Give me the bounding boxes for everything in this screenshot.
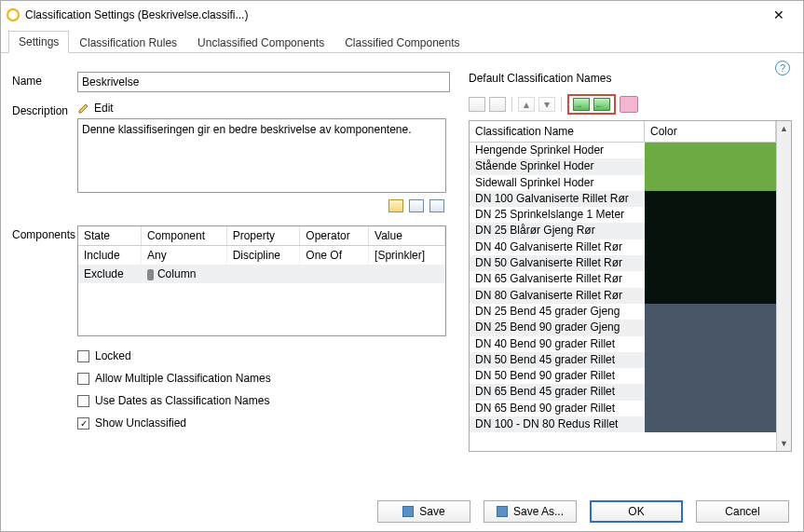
grid-row[interactable]: DN 80 Galvaniserte Rillet Rør — [470, 288, 776, 304]
help-icon[interactable]: ? — [775, 61, 790, 75]
add-icon[interactable] — [469, 97, 485, 112]
import-excel-icon[interactable] — [593, 98, 610, 111]
grid-row[interactable]: DN 100 Galvaniserte Rillet Rør — [470, 191, 776, 207]
move-down-icon[interactable]: ▾ — [538, 97, 555, 112]
remove-icon[interactable] — [489, 97, 506, 112]
tab-classified-components[interactable]: Classified Components — [334, 32, 470, 53]
name-input[interactable] — [77, 72, 450, 92]
grid-row[interactable]: DN 25 Bend 90 grader Gjeng — [470, 320, 776, 335]
grid-icon-1[interactable] — [409, 199, 424, 212]
move-up-icon[interactable]: ▴ — [518, 97, 535, 112]
grid-row[interactable]: DN 100 - DN 80 Redus Rillet — [470, 416, 776, 432]
grid-row[interactable]: DN 65 Galvaniserte Rillet Rør — [470, 271, 776, 287]
tab-classification-rules[interactable]: Classification Rules — [69, 32, 187, 53]
col-value[interactable]: Value — [369, 226, 445, 246]
export-excel-icon[interactable] — [573, 98, 590, 111]
grid-row[interactable]: DN 50 Galvaniserte Rillet Rør — [470, 255, 776, 271]
grid-row[interactable]: Stående Sprinkel Hoder — [470, 158, 776, 174]
table-row[interactable]: Exclude Column — [78, 265, 445, 283]
scrollbar[interactable]: ▲ ▼ — [776, 121, 791, 451]
window-title: Classification Settings (Beskrivelse.cla… — [25, 8, 760, 21]
classification-toolbar: ▴ ▾ — [469, 94, 792, 115]
default-names-label: Default Classification Names — [469, 72, 792, 85]
scroll-up-icon[interactable]: ▲ — [777, 121, 791, 136]
label-description: Description — [12, 102, 77, 117]
tab-unclassified-components[interactable]: Unclassified Components — [187, 32, 334, 53]
grid-row[interactable]: DN 65 Bend 90 grader Rillet — [470, 401, 776, 416]
color-tool-icon[interactable] — [620, 96, 638, 113]
disk-icon — [402, 506, 414, 517]
grid-row[interactable]: Hengende Sprinkel Hoder — [470, 143, 776, 158]
tab-row: Settings Classification Rules Unclassifi… — [1, 29, 803, 53]
grid-row[interactable]: DN 40 Galvaniserte Rillet Rør — [470, 239, 776, 255]
description-box[interactable]: Denne klassifiseringen gir en bedre besk… — [77, 118, 446, 193]
edit-description-button[interactable]: Edit — [77, 102, 450, 115]
check-unclassified[interactable]: ✓Show Unclassified — [77, 416, 450, 430]
grid-header-name[interactable]: Classification Name — [470, 121, 645, 142]
grid-row[interactable]: DN 25 Blårør Gjeng Rør — [470, 223, 776, 239]
col-state[interactable]: State — [78, 226, 141, 246]
col-operator[interactable]: Operator — [300, 226, 369, 246]
ok-button[interactable]: OK — [590, 500, 683, 523]
label-name: Name — [12, 72, 77, 88]
check-multi[interactable]: Allow Multiple Classification Names — [77, 372, 450, 385]
grid-row[interactable]: DN 40 Bend 90 grader Rillet — [470, 336, 776, 352]
table-row[interactable]: Include Any Discipline One Of [Sprinkler… — [78, 246, 445, 266]
grid-row[interactable]: DN 65 Bend 45 grader Rillet — [470, 384, 776, 400]
check-dates[interactable]: Use Dates as Classification Names — [77, 394, 450, 407]
grid-icon-2[interactable] — [429, 199, 444, 212]
col-component[interactable]: Component — [141, 226, 226, 246]
import-export-highlight — [567, 94, 616, 115]
open-icon[interactable] — [388, 199, 403, 212]
grid-row[interactable]: DN 50 Bend 45 grader Rillet — [470, 352, 776, 368]
save-as-button[interactable]: Save As... — [484, 500, 577, 523]
grid-row[interactable]: DN 50 Bend 90 grader Rillet — [470, 368, 776, 384]
label-components: Components — [12, 225, 77, 241]
col-property[interactable]: Property — [226, 226, 300, 246]
grid-row[interactable]: Sidewall Sprinkel Hoder — [470, 175, 776, 191]
scroll-down-icon[interactable]: ▼ — [777, 436, 791, 451]
grid-row[interactable]: DN 25 Sprinkelslange 1 Meter — [470, 207, 776, 223]
classification-grid[interactable]: Classification Name Color Hengende Sprin… — [469, 120, 792, 452]
app-icon — [7, 8, 20, 21]
edit-label: Edit — [94, 102, 114, 115]
components-table[interactable]: State Component Property Operator Value … — [77, 225, 446, 336]
tab-settings[interactable]: Settings — [8, 31, 69, 53]
column-icon — [147, 269, 154, 280]
cancel-button[interactable]: Cancel — [696, 500, 789, 523]
save-button[interactable]: Save — [377, 500, 470, 523]
disk-icon — [497, 506, 508, 517]
check-locked[interactable]: Locked — [77, 349, 450, 362]
close-button[interactable]: ✕ — [760, 7, 797, 22]
pencil-icon — [77, 102, 90, 115]
grid-row[interactable]: DN 25 Bend 45 grader Gjeng — [470, 304, 776, 320]
titlebar: Classification Settings (Beskrivelse.cla… — [1, 1, 803, 29]
grid-header-color[interactable]: Color — [645, 121, 776, 142]
